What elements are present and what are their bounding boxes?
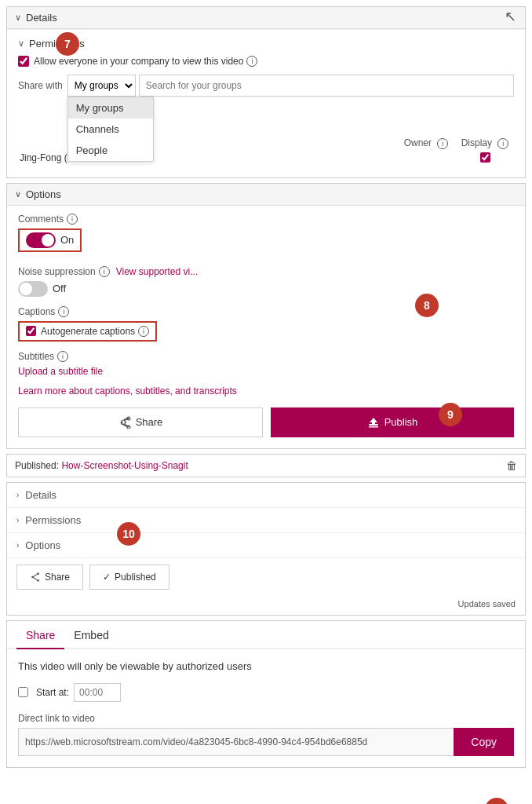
permissions-header[interactable]: ∨ Permissions bbox=[18, 38, 514, 56]
details-chevron-icon: ∨ bbox=[15, 13, 21, 23]
noise-suppression-label: Noise suppression i View supported vi... bbox=[18, 266, 514, 277]
svg-point-1 bbox=[126, 425, 129, 427]
published-label: Published: bbox=[15, 460, 59, 471]
comments-on-text: On bbox=[60, 234, 74, 246]
noise-toggle-row: Off bbox=[18, 281, 514, 297]
share-btn-label: Share bbox=[136, 416, 163, 428]
share-with-label: Share with bbox=[18, 80, 63, 91]
col-display-header: Display i bbox=[457, 137, 512, 149]
view-supported-link-container: View supported vi... bbox=[116, 266, 199, 277]
direct-link-label: Direct link to video bbox=[18, 713, 514, 724]
published-share-button[interactable]: Share bbox=[16, 565, 83, 590]
permissions-section: ∨ Permissions 7 Allow everyone in your c… bbox=[7, 29, 525, 177]
share-with-dropdown-container: My groups Channels People My groups Chan… bbox=[67, 75, 139, 97]
share-with-select[interactable]: My groups Channels People bbox=[67, 75, 136, 97]
action-buttons-row: Share 9 Publish bbox=[18, 407, 514, 437]
published-status-button[interactable]: ✓ Published bbox=[89, 565, 169, 590]
direct-link-input[interactable] bbox=[18, 728, 454, 756]
annotation-11: 11 bbox=[485, 798, 508, 804]
noise-toggle-slider bbox=[18, 281, 48, 297]
published-permissions-header[interactable]: › Permissions bbox=[7, 508, 525, 533]
allow-everyone-checkbox[interactable] bbox=[18, 56, 29, 67]
options-label: Options bbox=[26, 188, 61, 200]
direct-link-row: Copy bbox=[18, 728, 514, 756]
trash-icon[interactable]: 🗑 bbox=[506, 459, 517, 472]
dropdown-menu: My groups Channels People bbox=[67, 97, 154, 162]
updates-saved-text: Updates saved bbox=[7, 598, 525, 615]
display-checkbox[interactable] bbox=[480, 152, 490, 163]
published-details-header[interactable]: › Details bbox=[7, 483, 525, 508]
start-at-input[interactable] bbox=[74, 683, 121, 702]
top-panel: ∨ Details ∨ Permissions 7 Allow everyone… bbox=[6, 6, 526, 178]
noise-off-text: Off bbox=[53, 283, 66, 294]
publish-icon bbox=[367, 416, 380, 429]
dropdown-item-people[interactable]: People bbox=[68, 140, 153, 161]
published-permissions-chevron: › bbox=[16, 516, 19, 524]
upload-subtitle-link[interactable]: Upload a subtitle file bbox=[18, 366, 514, 377]
published-share-label: Share bbox=[45, 572, 70, 583]
subtitles-info-icon: i bbox=[57, 351, 68, 362]
comments-toggle[interactable] bbox=[26, 232, 56, 248]
autogenerate-captions-label[interactable]: Autogenerate captions i bbox=[18, 321, 157, 342]
published-panel: › Details › Permissions › Options 10 Sha… bbox=[6, 482, 526, 616]
annotation-8: 8 bbox=[415, 294, 439, 317]
noise-info-icon: i bbox=[99, 266, 110, 277]
tab-embed[interactable]: Embed bbox=[64, 621, 118, 649]
publish-button[interactable]: Publish bbox=[271, 407, 514, 437]
col-owner-header: Owner i bbox=[395, 137, 457, 149]
svg-marker-5 bbox=[370, 418, 377, 424]
subtitles-field-label: Subtitles i bbox=[18, 351, 514, 362]
share-panel: Share Embed This video will only be view… bbox=[6, 620, 526, 768]
published-video-link[interactable]: How-Screenshot-Using-Snagit bbox=[61, 460, 188, 471]
allow-everyone-label: Allow everyone in your company to view t… bbox=[34, 56, 243, 67]
share-button[interactable]: Share bbox=[18, 407, 263, 437]
noise-toggle[interactable] bbox=[18, 281, 48, 297]
svg-point-2 bbox=[120, 421, 122, 423]
published-options-header[interactable]: › Options bbox=[7, 533, 525, 558]
tab-share[interactable]: Share bbox=[16, 621, 64, 649]
copy-button[interactable]: Copy bbox=[454, 728, 514, 756]
published-share-icon bbox=[30, 572, 41, 583]
start-at-checkbox[interactable] bbox=[18, 687, 28, 697]
learn-more-link[interactable]: Learn more about captions, subtitles, an… bbox=[18, 386, 237, 397]
options-section-header[interactable]: ∨ Options bbox=[7, 184, 525, 206]
allow-everyone-row: Allow everyone in your company to view t… bbox=[18, 56, 514, 67]
published-info: Published: How-Screenshot-Using-Snagit bbox=[15, 460, 188, 471]
svg-rect-4 bbox=[369, 426, 378, 428]
published-permissions-label: Permissions bbox=[25, 514, 81, 526]
captions-field-label: Captions i bbox=[18, 306, 514, 317]
dropdown-item-mygroups[interactable]: My groups bbox=[68, 97, 153, 119]
comments-info-icon: i bbox=[67, 214, 78, 225]
display-info-icon: i bbox=[497, 138, 508, 149]
owner-info-icon: i bbox=[437, 138, 448, 149]
comments-field-label: Comments i bbox=[18, 214, 514, 225]
svg-point-0 bbox=[126, 417, 129, 419]
options-body: Comments i On 8 Noise suppression i View… bbox=[7, 206, 525, 448]
comments-toggle-slider bbox=[26, 232, 56, 248]
autogenerate-info-icon: i bbox=[138, 326, 149, 337]
published-options-chevron: › bbox=[16, 541, 19, 550]
svg-line-9 bbox=[33, 573, 38, 576]
autogenerate-text: Autogenerate captions bbox=[41, 326, 135, 337]
comments-toggle-row: On bbox=[18, 228, 82, 252]
search-groups-input[interactable] bbox=[139, 75, 514, 97]
start-at-label: Start at: bbox=[36, 687, 69, 698]
share-icon bbox=[118, 416, 131, 429]
autogenerate-checkbox[interactable] bbox=[26, 326, 36, 336]
dropdown-item-channels[interactable]: Channels bbox=[68, 119, 153, 140]
details-section-header[interactable]: ∨ Details bbox=[7, 7, 525, 29]
share-body: This video will only be viewable by auth… bbox=[7, 649, 525, 767]
captions-info-icon: i bbox=[58, 306, 69, 317]
start-at-row: Start at: bbox=[18, 683, 514, 702]
view-supported-link[interactable]: View supported vi... bbox=[116, 266, 199, 277]
annotation-10: 10 bbox=[117, 522, 140, 546]
svg-line-10 bbox=[33, 577, 38, 580]
published-details-chevron: › bbox=[16, 491, 19, 499]
published-actions-row: Share ✓ Published bbox=[7, 558, 525, 598]
cursor-icon: ↖ bbox=[505, 8, 516, 25]
svg-rect-3 bbox=[369, 424, 378, 426]
allow-everyone-info-icon: i bbox=[246, 56, 257, 67]
permissions-chevron-icon: ∨ bbox=[18, 38, 24, 49]
details-label: Details bbox=[26, 12, 57, 24]
publish-btn-label: Publish bbox=[384, 416, 418, 428]
